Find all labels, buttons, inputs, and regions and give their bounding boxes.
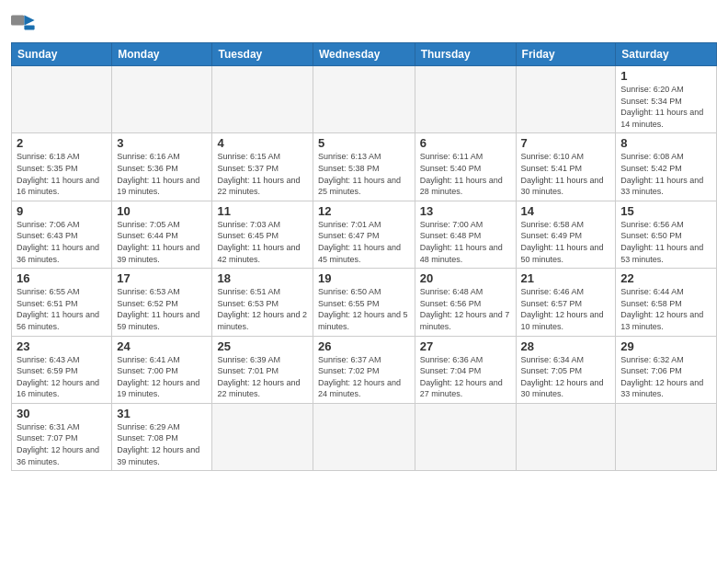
day-number: 28 (521, 339, 611, 353)
day-number: 22 (620, 271, 711, 285)
calendar-day-cell (12, 66, 112, 133)
header (11, 9, 717, 39)
calendar-day-cell: 4Sunrise: 6:15 AM Sunset: 5:37 PM Daylig… (212, 133, 313, 201)
calendar-header-tuesday: Tuesday (212, 43, 313, 66)
day-number: 27 (420, 339, 511, 353)
day-number: 14 (521, 204, 611, 218)
day-number: 30 (17, 407, 107, 420)
calendar-day-cell: 29Sunrise: 6:32 AM Sunset: 7:06 PM Dayli… (616, 336, 717, 403)
calendar-day-cell: 24Sunrise: 6:41 AM Sunset: 7:00 PM Dayli… (112, 336, 212, 403)
day-number: 15 (620, 204, 711, 218)
day-info: Sunrise: 6:32 AM Sunset: 7:06 PM Dayligh… (620, 354, 711, 400)
calendar-day-cell (212, 403, 313, 470)
day-info: Sunrise: 6:10 AM Sunset: 5:41 PM Dayligh… (521, 151, 611, 197)
day-info: Sunrise: 6:36 AM Sunset: 7:04 PM Dayligh… (420, 354, 511, 400)
calendar-day-cell (313, 66, 415, 133)
calendar-day-cell: 3Sunrise: 6:16 AM Sunset: 5:36 PM Daylig… (112, 133, 212, 201)
calendar-week-row: 1Sunrise: 6:20 AM Sunset: 5:34 PM Daylig… (12, 66, 717, 133)
day-number: 7 (521, 136, 611, 150)
day-number: 6 (420, 136, 511, 150)
calendar-week-row: 23Sunrise: 6:43 AM Sunset: 6:59 PM Dayli… (12, 336, 717, 403)
day-info: Sunrise: 6:31 AM Sunset: 7:07 PM Dayligh… (17, 421, 107, 467)
day-number: 11 (217, 204, 307, 218)
calendar-day-cell: 8Sunrise: 6:08 AM Sunset: 5:42 PM Daylig… (616, 133, 717, 201)
day-info: Sunrise: 6:34 AM Sunset: 7:05 PM Dayligh… (521, 354, 611, 400)
day-number: 25 (217, 339, 307, 353)
day-info: Sunrise: 6:53 AM Sunset: 6:52 PM Dayligh… (117, 286, 207, 332)
calendar-day-cell: 5Sunrise: 6:13 AM Sunset: 5:38 PM Daylig… (313, 133, 415, 201)
svg-rect-0 (11, 15, 24, 25)
day-info: Sunrise: 6:56 AM Sunset: 6:50 PM Dayligh… (620, 219, 711, 265)
calendar-header-wednesday: Wednesday (313, 43, 415, 66)
day-info: Sunrise: 6:16 AM Sunset: 5:36 PM Dayligh… (117, 151, 207, 197)
calendar-day-cell: 14Sunrise: 6:58 AM Sunset: 6:49 PM Dayli… (516, 201, 616, 268)
day-info: Sunrise: 6:41 AM Sunset: 7:00 PM Dayligh… (117, 354, 207, 400)
calendar-table: SundayMondayTuesdayWednesdayThursdayFrid… (11, 42, 717, 471)
calendar-day-cell: 12Sunrise: 7:01 AM Sunset: 6:47 PM Dayli… (313, 201, 415, 268)
day-info: Sunrise: 6:58 AM Sunset: 6:49 PM Dayligh… (521, 219, 611, 265)
day-number: 29 (620, 339, 711, 353)
calendar-day-cell: 13Sunrise: 7:00 AM Sunset: 6:48 PM Dayli… (415, 201, 516, 268)
calendar-day-cell: 1Sunrise: 6:20 AM Sunset: 5:34 PM Daylig… (616, 66, 717, 133)
calendar-day-cell: 11Sunrise: 7:03 AM Sunset: 6:45 PM Dayli… (212, 201, 313, 268)
calendar-header-sunday: Sunday (12, 43, 112, 66)
day-number: 18 (217, 271, 307, 285)
calendar-day-cell: 2Sunrise: 6:18 AM Sunset: 5:35 PM Daylig… (12, 133, 112, 201)
calendar-day-cell: 27Sunrise: 6:36 AM Sunset: 7:04 PM Dayli… (415, 336, 516, 403)
day-info: Sunrise: 6:51 AM Sunset: 6:53 PM Dayligh… (217, 286, 307, 332)
day-info: Sunrise: 7:00 AM Sunset: 6:48 PM Dayligh… (420, 219, 511, 265)
calendar-day-cell: 22Sunrise: 6:44 AM Sunset: 6:58 PM Dayli… (616, 269, 717, 336)
calendar-day-cell (516, 66, 616, 133)
calendar-week-row: 2Sunrise: 6:18 AM Sunset: 5:35 PM Daylig… (12, 133, 717, 201)
calendar-day-cell (112, 66, 212, 133)
calendar-header-thursday: Thursday (415, 43, 516, 66)
day-number: 1 (620, 69, 711, 83)
day-info: Sunrise: 7:03 AM Sunset: 6:45 PM Dayligh… (217, 219, 307, 265)
day-number: 23 (17, 339, 107, 353)
day-number: 9 (17, 204, 107, 218)
calendar-week-row: 30Sunrise: 6:31 AM Sunset: 7:07 PM Dayli… (12, 403, 717, 470)
day-info: Sunrise: 6:15 AM Sunset: 5:37 PM Dayligh… (217, 151, 307, 197)
calendar-day-cell: 25Sunrise: 6:39 AM Sunset: 7:01 PM Dayli… (212, 336, 313, 403)
calendar-day-cell: 20Sunrise: 6:48 AM Sunset: 6:56 PM Dayli… (415, 269, 516, 336)
day-info: Sunrise: 7:05 AM Sunset: 6:44 PM Dayligh… (117, 219, 207, 265)
day-number: 13 (420, 204, 511, 218)
calendar-header-friday: Friday (516, 43, 616, 66)
day-number: 31 (117, 407, 207, 420)
day-info: Sunrise: 6:37 AM Sunset: 7:02 PM Dayligh… (318, 354, 410, 400)
day-info: Sunrise: 6:46 AM Sunset: 6:57 PM Dayligh… (521, 286, 611, 332)
calendar-day-cell: 17Sunrise: 6:53 AM Sunset: 6:52 PM Dayli… (112, 269, 212, 336)
calendar-day-cell (415, 403, 516, 470)
day-number: 3 (117, 136, 207, 150)
day-info: Sunrise: 6:11 AM Sunset: 5:40 PM Dayligh… (420, 151, 511, 197)
day-number: 17 (117, 271, 207, 285)
calendar-day-cell: 28Sunrise: 6:34 AM Sunset: 7:05 PM Dayli… (516, 336, 616, 403)
calendar-day-cell: 6Sunrise: 6:11 AM Sunset: 5:40 PM Daylig… (415, 133, 516, 201)
day-number: 5 (318, 136, 410, 150)
day-info: Sunrise: 6:39 AM Sunset: 7:01 PM Dayligh… (217, 354, 307, 400)
calendar-day-cell (516, 403, 616, 470)
day-info: Sunrise: 6:29 AM Sunset: 7:08 PM Dayligh… (117, 421, 207, 467)
calendar-header-monday: Monday (112, 43, 212, 66)
calendar-day-cell (313, 403, 415, 470)
day-number: 21 (521, 271, 611, 285)
day-number: 24 (117, 339, 207, 353)
day-info: Sunrise: 6:13 AM Sunset: 5:38 PM Dayligh… (318, 151, 410, 197)
day-info: Sunrise: 6:08 AM Sunset: 5:42 PM Dayligh… (620, 151, 711, 197)
day-info: Sunrise: 6:50 AM Sunset: 6:55 PM Dayligh… (318, 286, 410, 332)
day-number: 26 (318, 339, 410, 353)
day-number: 20 (420, 271, 511, 285)
day-number: 8 (620, 136, 711, 150)
calendar-day-cell (415, 66, 516, 133)
calendar-day-cell (212, 66, 313, 133)
calendar-day-cell: 30Sunrise: 6:31 AM Sunset: 7:07 PM Dayli… (12, 403, 112, 470)
logo (11, 9, 44, 39)
svg-rect-2 (24, 26, 34, 30)
day-info: Sunrise: 6:44 AM Sunset: 6:58 PM Dayligh… (620, 286, 711, 332)
day-info: Sunrise: 6:55 AM Sunset: 6:51 PM Dayligh… (17, 286, 107, 332)
calendar-day-cell: 23Sunrise: 6:43 AM Sunset: 6:59 PM Dayli… (12, 336, 112, 403)
calendar-day-cell: 16Sunrise: 6:55 AM Sunset: 6:51 PM Dayli… (12, 269, 112, 336)
day-info: Sunrise: 7:01 AM Sunset: 6:47 PM Dayligh… (318, 219, 410, 265)
day-number: 12 (318, 204, 410, 218)
calendar-day-cell: 31Sunrise: 6:29 AM Sunset: 7:08 PM Dayli… (112, 403, 212, 470)
